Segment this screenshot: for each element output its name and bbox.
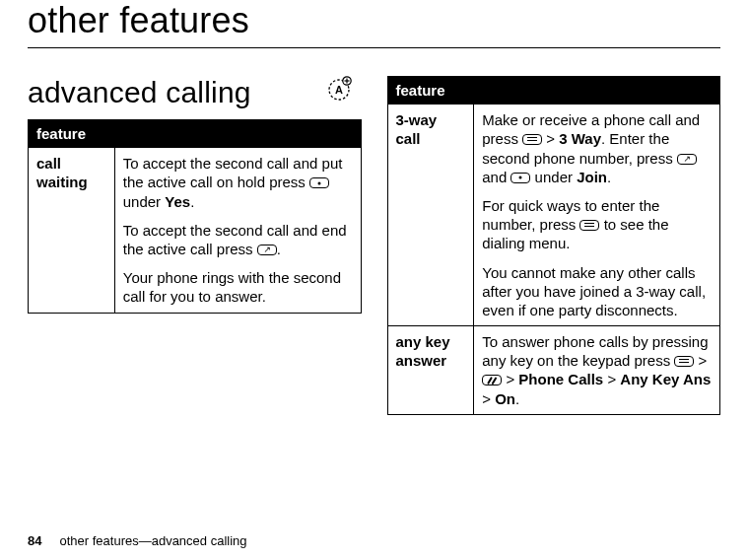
table-row: any key answer To answer phone calls by … <box>387 326 720 415</box>
menu-label: Any Key Ans <box>620 371 711 387</box>
table-header: feature <box>387 77 720 105</box>
right-column: feature 3-way call Make or receive a pho… <box>387 76 721 415</box>
table-row: call waiting To accept the second call a… <box>29 148 362 313</box>
send-key-icon <box>677 154 697 165</box>
menu-key-icon <box>579 220 599 231</box>
feature-desc: To answer phone calls by pressing any ke… <box>474 326 720 415</box>
page-title: other features <box>28 0 720 41</box>
text: > <box>502 371 518 387</box>
softkey-dot-icon <box>309 177 329 188</box>
left-column: advanced calling A feature call waiting … <box>28 76 362 415</box>
feature-name: any key answer <box>387 326 474 415</box>
menu-label: Phone Calls <box>518 371 603 387</box>
text: . <box>607 169 611 185</box>
table-row: 3-way call Make or receive a phone call … <box>387 105 720 326</box>
feature-desc: To accept the second call and put the ac… <box>114 148 361 313</box>
section-heading: advanced calling <box>28 76 362 109</box>
menu-key-icon <box>522 134 542 145</box>
text: To accept the second call and end the ac… <box>123 222 347 257</box>
softkey-dot-icon <box>510 173 530 183</box>
svg-text:A: A <box>335 84 343 96</box>
text: > <box>603 371 620 387</box>
feature-desc: Make or receive a phone call and press >… <box>474 105 720 326</box>
text: . <box>515 390 519 407</box>
desc-para: Your phone rings with the second call fo… <box>123 268 353 306</box>
feature-name: 3-way call <box>387 105 474 326</box>
desc-para: You cannot make any other calls after yo… <box>482 263 712 320</box>
page-number: 84 <box>28 533 41 548</box>
text: > <box>542 130 559 147</box>
footer-text: other features—advanced calling <box>59 533 246 548</box>
menu-label: Yes <box>165 193 190 210</box>
menu-label: On <box>495 390 515 407</box>
columns: advanced calling A feature call waiting … <box>28 76 720 415</box>
menu-key-icon <box>674 356 694 367</box>
availability-icon: A <box>324 74 354 107</box>
desc-para: Make or receive a phone call and press >… <box>482 110 712 186</box>
desc-para: To accept the second call and end the ac… <box>123 221 353 258</box>
menu-label: 3 Way <box>559 130 601 147</box>
text: . <box>190 193 194 210</box>
desc-para: For quick ways to enter the number, pres… <box>482 196 712 253</box>
feature-name: call waiting <box>29 148 115 313</box>
right-feature-table: feature 3-way call Make or receive a pho… <box>387 76 721 415</box>
table-header: feature <box>29 120 362 148</box>
desc-para: To accept the second call and put the ac… <box>123 154 353 211</box>
end-key-icon <box>257 245 277 255</box>
left-feature-table: feature call waiting To accept the secon… <box>28 119 362 314</box>
text: under <box>530 169 577 185</box>
text: under <box>123 193 166 210</box>
text: . <box>277 241 281 257</box>
desc-para: To answer phone calls by pressing any ke… <box>482 332 712 408</box>
text: > <box>482 390 495 407</box>
text: > <box>694 352 707 369</box>
text: and <box>482 169 510 185</box>
menu-label: Join <box>577 169 607 185</box>
settings-key-icon <box>482 375 502 385</box>
text: Your phone rings with the second call fo… <box>123 269 341 305</box>
footer: 84other features—advanced calling <box>28 533 247 548</box>
title-rule <box>28 47 720 48</box>
